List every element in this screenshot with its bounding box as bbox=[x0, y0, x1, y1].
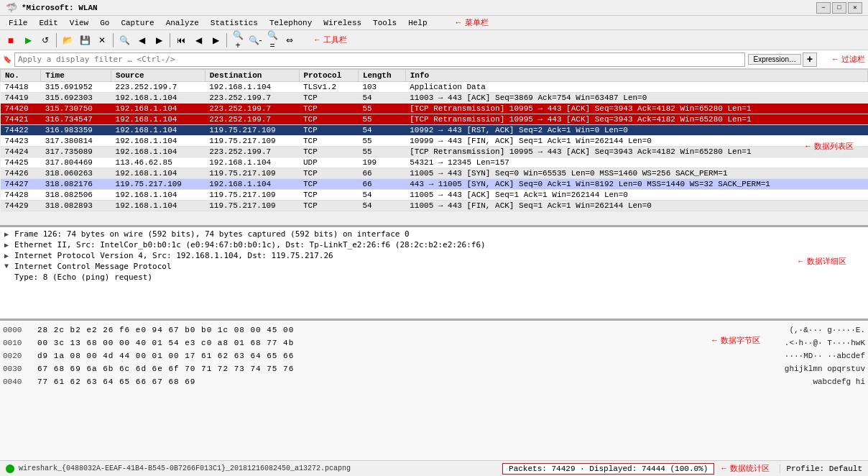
menu-view[interactable]: View bbox=[64, 17, 94, 29]
table-row[interactable]: 74429318.082893192.168.1.104119.75.217.1… bbox=[1, 201, 868, 211]
cell-len: 66 bbox=[358, 179, 405, 190]
detail-row[interactable]: ▶Internet Protocol Version 4, Src: 192.1… bbox=[1, 250, 867, 261]
cell-dst: 223.252.199.7 bbox=[205, 104, 299, 114]
cell-dst: 119.75.217.109 bbox=[205, 125, 299, 136]
cell-src: 192.168.1.104 bbox=[111, 201, 206, 211]
menu-edit[interactable]: Edit bbox=[33, 17, 63, 29]
table-row[interactable]: 74425317.804469113.46.62.85192.168.1.104… bbox=[1, 157, 868, 168]
table-row[interactable]: 74427318.082176119.75.217.109192.168.1.1… bbox=[1, 179, 868, 190]
zoom-in-button[interactable]: 🔍+ bbox=[230, 32, 246, 48]
maximize-button[interactable]: □ bbox=[832, 2, 846, 14]
resize-columns-button[interactable]: ⇔ bbox=[282, 32, 297, 48]
go-forward-button[interactable]: ▶ bbox=[151, 32, 167, 48]
status-left: wireshark_{0488032A-EEAF-41B4-B545-0B726… bbox=[6, 464, 502, 473]
cell-no: 74429 bbox=[1, 201, 41, 211]
detail-row[interactable]: Type: 8 (Echo (ping) request) bbox=[1, 272, 867, 283]
menu-telephony[interactable]: Telephony bbox=[264, 17, 318, 29]
menu-help[interactable]: Help bbox=[402, 17, 433, 29]
cell-time: 315.692303 bbox=[41, 93, 111, 104]
byte-offset: 0030 bbox=[3, 362, 32, 375]
jump-next-button[interactable]: ▶ bbox=[208, 32, 223, 48]
table-row[interactable]: 74420315.730750192.168.1.104223.252.199.… bbox=[1, 104, 868, 114]
cell-dst: 223.252.199.7 bbox=[205, 93, 299, 104]
jump-first-button[interactable]: ⏮ bbox=[173, 32, 189, 48]
toolbar-sep-2 bbox=[113, 33, 114, 47]
menu-capture[interactable]: Capture bbox=[115, 17, 160, 29]
table-row[interactable]: 74421316.734547192.168.1.104223.252.199.… bbox=[1, 114, 868, 125]
close-file-button[interactable]: ✕ bbox=[94, 32, 110, 48]
go-back-button[interactable]: ◀ bbox=[134, 32, 149, 48]
minimize-button[interactable]: − bbox=[816, 2, 831, 14]
byte-row: 000028 2c b2 e2 26 f6 e0 94 67 b0 b0 1c … bbox=[3, 324, 865, 337]
table-row[interactable]: 74424317.735089192.168.1.104223.252.199.… bbox=[1, 147, 868, 157]
cell-src: 192.168.1.104 bbox=[111, 168, 206, 179]
packet-bytes[interactable]: 000028 2c b2 e2 26 f6 e0 94 67 b0 b0 1c … bbox=[0, 321, 868, 460]
cell-no: 74425 bbox=[1, 157, 41, 168]
cell-no: 74424 bbox=[1, 147, 41, 157]
menu-analyze[interactable]: Analyze bbox=[160, 17, 205, 29]
title-icon: 🦈 bbox=[6, 2, 17, 14]
detail-text: Type: 8 (Echo (ping) request) bbox=[14, 273, 152, 282]
cell-time: 317.380814 bbox=[41, 136, 111, 147]
menu-wireless[interactable]: Wireless bbox=[318, 17, 367, 29]
detail-row[interactable]: ▼Internet Control Message Protocol bbox=[1, 261, 867, 272]
byte-offset: 0040 bbox=[3, 375, 32, 388]
packet-list[interactable]: No. Time Source Destination Protocol Len… bbox=[0, 69, 868, 227]
cell-src: 192.168.1.104 bbox=[111, 93, 206, 104]
status-indicator bbox=[6, 464, 14, 473]
detail-text: Internet Protocol Version 4, Src: 192.16… bbox=[14, 251, 333, 260]
zoom-out-button[interactable]: 🔍- bbox=[247, 32, 263, 48]
filter-icon: 🔖 bbox=[3, 55, 11, 64]
cell-no: 74428 bbox=[1, 190, 41, 201]
packet-detail[interactable]: ▶Frame 126: 74 bytes on wire (592 bits),… bbox=[0, 227, 868, 321]
bytes-rows: 000028 2c b2 e2 26 f6 e0 94 67 b0 b0 1c … bbox=[3, 324, 865, 388]
cell-dst: 223.252.199.7 bbox=[205, 147, 299, 157]
byte-hex: d9 1a 08 00 4d 44 00 01 00 17 61 62 63 6… bbox=[37, 349, 779, 362]
cell-info: 10999 → 443 [FIN, ACK] Seq=1 Ack=1 Win=2… bbox=[405, 136, 867, 147]
cell-dst: 119.75.217.109 bbox=[205, 190, 299, 201]
menu-go[interactable]: Go bbox=[94, 17, 115, 29]
menu-file[interactable]: File bbox=[3, 17, 33, 29]
byte-row: 004077 61 62 63 64 65 66 67 68 69wabcdef… bbox=[3, 375, 865, 388]
find-button[interactable]: 🔍 bbox=[116, 32, 132, 48]
cell-proto: TCP bbox=[299, 104, 358, 114]
cell-src: 192.168.1.104 bbox=[111, 147, 206, 157]
filter-input[interactable] bbox=[14, 52, 745, 67]
start-button[interactable]: ▶ bbox=[20, 32, 36, 48]
table-row[interactable]: 74418315.691952223.252.199.7192.168.1.10… bbox=[1, 82, 868, 93]
expression-button[interactable]: Expression… bbox=[748, 54, 800, 65]
detail-rows: ▶Frame 126: 74 bytes on wire (592 bits),… bbox=[1, 229, 867, 283]
save-button[interactable]: 💾 bbox=[77, 32, 93, 48]
cell-proto: TCP bbox=[299, 179, 358, 190]
profile-info: Profile: Default bbox=[780, 464, 862, 473]
stop-button[interactable]: ■ bbox=[3, 32, 19, 48]
menu-statistics[interactable]: Statistics bbox=[205, 17, 264, 29]
cell-no: 74426 bbox=[1, 168, 41, 179]
detail-arrow: ▶ bbox=[4, 230, 14, 239]
cell-proto: TCP bbox=[299, 201, 358, 211]
open-button[interactable]: 📂 bbox=[60, 32, 75, 48]
table-row[interactable]: 74419315.692303192.168.1.104223.252.199.… bbox=[1, 93, 868, 104]
cell-info: 11005 → 443 [FIN, ACK] Seq=1 Ack=1 Win=2… bbox=[405, 201, 867, 211]
cell-info: 11003 → 443 [ACK] Seq=3869 Ack=754 Win=6… bbox=[405, 93, 867, 104]
packet-table: No. Time Source Destination Protocol Len… bbox=[0, 69, 868, 211]
cell-src: 192.168.1.104 bbox=[111, 125, 206, 136]
detail-row[interactable]: ▶Ethernet II, Src: IntelCor_b0:b0:1c (e0… bbox=[1, 239, 867, 250]
detail-row[interactable]: ▶Frame 126: 74 bytes on wire (592 bits),… bbox=[1, 229, 867, 239]
window-title: *Microsoft: WLAN bbox=[22, 4, 816, 12]
table-row[interactable]: 74422316.983359192.168.1.104119.75.217.1… bbox=[1, 125, 868, 136]
detail-text: Ethernet II, Src: IntelCor_b0:b0:1c (e0:… bbox=[14, 240, 486, 250]
cell-dst: 192.168.1.104 bbox=[205, 82, 299, 93]
cell-info: 11005 → 443 [SYN] Seq=0 Win=65535 Len=0 … bbox=[405, 168, 867, 179]
close-button[interactable]: ✕ bbox=[848, 2, 862, 14]
jump-prev-button[interactable]: ◀ bbox=[190, 32, 206, 48]
detail-arrow: ▼ bbox=[4, 262, 14, 270]
menu-tools[interactable]: Tools bbox=[367, 17, 402, 29]
table-row[interactable]: 74428318.082506192.168.1.104119.75.217.1… bbox=[1, 190, 868, 201]
restart-button[interactable]: ↺ bbox=[37, 32, 53, 48]
table-row[interactable]: 74423317.380814192.168.1.104119.75.217.1… bbox=[1, 136, 868, 147]
zoom-reset-button[interactable]: 🔍= bbox=[264, 32, 280, 48]
add-filter-button[interactable]: + bbox=[803, 52, 817, 67]
table-row[interactable]: 74426318.060263192.168.1.104119.75.217.1… bbox=[1, 168, 868, 179]
cell-src: 192.168.1.104 bbox=[111, 190, 206, 201]
